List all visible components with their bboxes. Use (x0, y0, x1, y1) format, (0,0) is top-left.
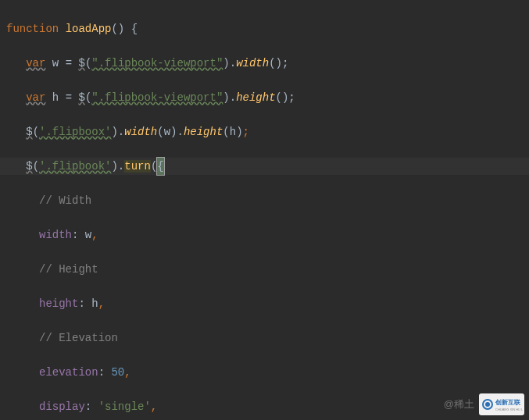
code-line: var h = $(".flipbook-viewport").height()… (0, 89, 529, 106)
code-line: height: h, (0, 295, 529, 312)
keyword: var (26, 91, 45, 104)
logo-icon: 创新互联 CHUANG XIN HU LIAN (479, 393, 524, 415)
svg-text:创新互联: 创新互联 (495, 398, 521, 406)
code-line: // Elevation (0, 329, 529, 347)
code-editor: function loadApp() { var w = $(".flipboo… (0, 0, 529, 420)
watermark-text: @稀土 (444, 396, 474, 413)
code-line: elevation: 50, (0, 364, 529, 381)
code-line: function loadApp() { (0, 20, 529, 37)
watermark: @稀土 创新互联 CHUANG XIN HU LIAN (444, 393, 524, 415)
code-line: var w = $(".flipbook-viewport").width(); (0, 55, 529, 72)
caret: { (157, 158, 163, 175)
keyword: var (26, 57, 45, 69)
keyword: function (6, 23, 59, 35)
code-line: $('.flipboox').width(w).height(h); (0, 123, 529, 141)
code-line: width: w, (0, 226, 529, 244)
function-name: loadApp (66, 23, 112, 35)
svg-text:CHUANG XIN HU LIAN: CHUANG XIN HU LIAN (495, 408, 523, 411)
code-line-active: $('.flipbook').turn({ (0, 158, 529, 175)
code-line: // Height (0, 261, 529, 278)
code-line: // Width (0, 192, 529, 209)
